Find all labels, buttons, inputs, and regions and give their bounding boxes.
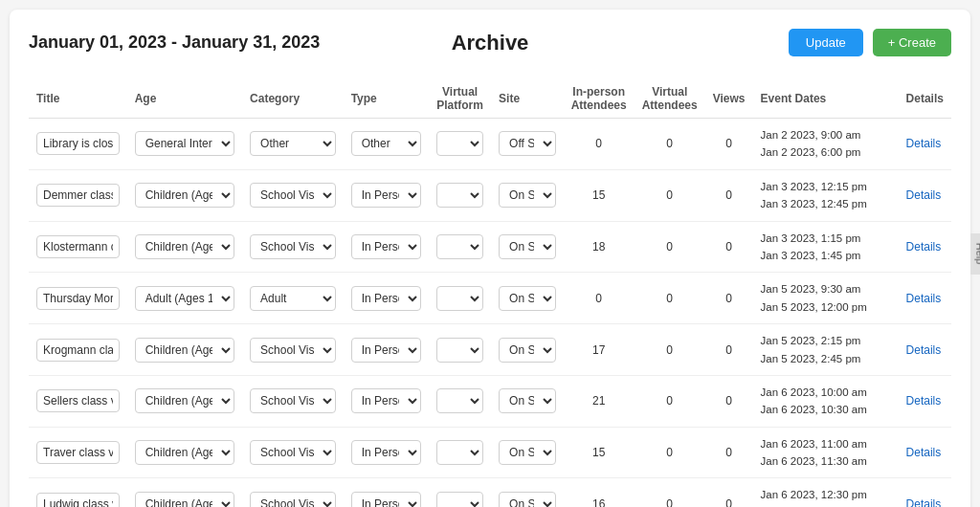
cell-vplatform-4 (429, 324, 491, 376)
title-input-7[interactable] (36, 493, 120, 507)
col-header-in-person: In-personAttendees (564, 79, 635, 119)
details-link-5[interactable]: Details (906, 394, 942, 408)
date-range: January 01, 2023 - January 31, 2023 (29, 33, 320, 53)
category-select-1[interactable]: School Visit (250, 183, 336, 208)
site-select-0[interactable]: Off Site (499, 131, 556, 156)
cell-title-0 (29, 119, 127, 170)
cell-site-5: On Site (491, 375, 564, 427)
details-link-2[interactable]: Details (906, 240, 942, 254)
site-select-4[interactable]: On Site (499, 338, 556, 363)
cell-type-6: In Person (344, 427, 430, 478)
table-row: Children (Ages 6- School Visit In Person… (29, 478, 951, 507)
type-select-0[interactable]: Other (351, 131, 422, 156)
title-input-4[interactable] (36, 339, 120, 362)
age-select-4[interactable]: Children (Ages 6- (135, 338, 234, 363)
details-link-7[interactable]: Details (906, 497, 942, 507)
update-button[interactable]: Update (789, 29, 863, 56)
table-row: Children (Ages 6- School Visit In Person… (29, 169, 951, 221)
cell-details-6: Details (899, 427, 951, 478)
site-select-3[interactable]: On Site (499, 286, 556, 311)
cell-age-0: General Interest (127, 119, 242, 170)
vplatform-select-2[interactable] (436, 234, 483, 259)
type-select-7[interactable]: In Person (351, 492, 422, 507)
age-select-6[interactable]: Children (Ages 6- (135, 440, 234, 465)
title-input-3[interactable] (36, 287, 120, 310)
vplatform-select-1[interactable] (436, 183, 483, 208)
header: January 01, 2023 - January 31, 2023 Arch… (29, 29, 951, 56)
type-select-3[interactable]: In Person (351, 286, 422, 311)
age-select-0[interactable]: General Interest (135, 131, 234, 156)
details-link-1[interactable]: Details (906, 188, 942, 202)
create-button[interactable]: + Create (873, 29, 951, 56)
title-input-1[interactable] (36, 184, 120, 207)
event-dates-1: Jan 3 2023, 12:15 pmJan 3 2023, 12:45 pm (761, 178, 891, 213)
cell-details-4: Details (899, 324, 951, 376)
table-row: Adult (Ages 19+) Adult In Person On Site… (29, 273, 951, 324)
type-select-5[interactable]: In Person (351, 388, 422, 413)
event-dates-5: Jan 6 2023, 10:00 amJan 6 2023, 10:30 am (761, 384, 891, 419)
cell-title-6 (29, 427, 127, 478)
cell-virtual-1: 0 (635, 169, 705, 221)
cell-inperson-7: 16 (564, 478, 635, 507)
site-select-1[interactable]: On Site (499, 183, 556, 208)
type-select-1[interactable]: In Person (351, 183, 422, 208)
cell-vplatform-2 (429, 221, 491, 273)
page-title: Archive (452, 31, 529, 55)
site-select-6[interactable]: On Site (499, 440, 556, 465)
category-select-6[interactable]: School Visit (250, 440, 336, 465)
category-select-3[interactable]: Adult (250, 286, 336, 311)
table-header-row: Title Age Category Type VirtualPlatform … (29, 79, 951, 119)
category-select-2[interactable]: School Visit (250, 234, 336, 259)
type-select-6[interactable]: In Person (351, 440, 422, 465)
details-link-3[interactable]: Details (906, 292, 942, 305)
vplatform-select-0[interactable] (436, 131, 483, 156)
cell-inperson-0: 0 (564, 119, 635, 170)
cell-age-7: Children (Ages 6- (127, 478, 242, 507)
category-select-0[interactable]: Other (250, 131, 336, 156)
category-select-7[interactable]: School Visit (250, 492, 336, 507)
details-link-6[interactable]: Details (906, 446, 942, 459)
site-select-2[interactable]: On Site (499, 234, 556, 259)
cell-age-2: Children (Ages 6- (127, 221, 242, 273)
cell-type-3: In Person (344, 273, 430, 324)
vplatform-select-5[interactable] (436, 388, 483, 413)
category-select-5[interactable]: School Visit (250, 388, 336, 413)
vplatform-select-4[interactable] (436, 338, 483, 363)
category-select-4[interactable]: School Visit (250, 338, 336, 363)
table-row: Children (Ages 6- School Visit In Person… (29, 221, 951, 273)
age-select-2[interactable]: Children (Ages 6- (135, 234, 234, 259)
cell-virtual-0: 0 (635, 119, 705, 170)
title-input-2[interactable] (36, 235, 120, 258)
title-input-0[interactable] (36, 132, 120, 155)
cell-details-7: Details (899, 478, 951, 507)
cell-details-1: Details (899, 169, 951, 221)
cell-title-7 (29, 478, 127, 507)
event-dates-2: Jan 3 2023, 1:15 pmJan 3 2023, 1:45 pm (761, 230, 891, 265)
age-select-7[interactable]: Children (Ages 6- (135, 492, 234, 507)
title-input-6[interactable] (36, 441, 120, 464)
age-select-5[interactable]: Children (Ages 6- (135, 388, 234, 413)
cell-title-2 (29, 221, 127, 273)
cell-virtual-7: 0 (635, 478, 705, 507)
title-input-5[interactable] (36, 389, 120, 412)
help-tab[interactable]: Help (971, 233, 980, 275)
col-header-event-dates: Event Dates (753, 79, 899, 119)
details-link-4[interactable]: Details (906, 343, 942, 357)
cell-title-4 (29, 324, 127, 376)
cell-category-2: School Visit (242, 221, 344, 273)
type-select-2[interactable]: In Person (351, 234, 422, 259)
type-select-4[interactable]: In Person (351, 338, 422, 363)
vplatform-select-3[interactable] (436, 286, 483, 311)
cell-details-3: Details (899, 273, 951, 324)
cell-dates-2: Jan 3 2023, 1:15 pmJan 3 2023, 1:45 pm (753, 221, 899, 273)
cell-title-3 (29, 273, 127, 324)
details-link-0[interactable]: Details (906, 137, 942, 150)
page-wrapper: January 01, 2023 - January 31, 2023 Arch… (10, 10, 970, 507)
vplatform-select-6[interactable] (436, 440, 483, 465)
site-select-7[interactable]: On Site (499, 492, 556, 507)
col-header-category: Category (242, 79, 344, 119)
vplatform-select-7[interactable] (436, 492, 483, 507)
age-select-1[interactable]: Children (Ages 6- (135, 183, 234, 208)
site-select-5[interactable]: On Site (499, 388, 556, 413)
age-select-3[interactable]: Adult (Ages 19+) (135, 286, 234, 311)
